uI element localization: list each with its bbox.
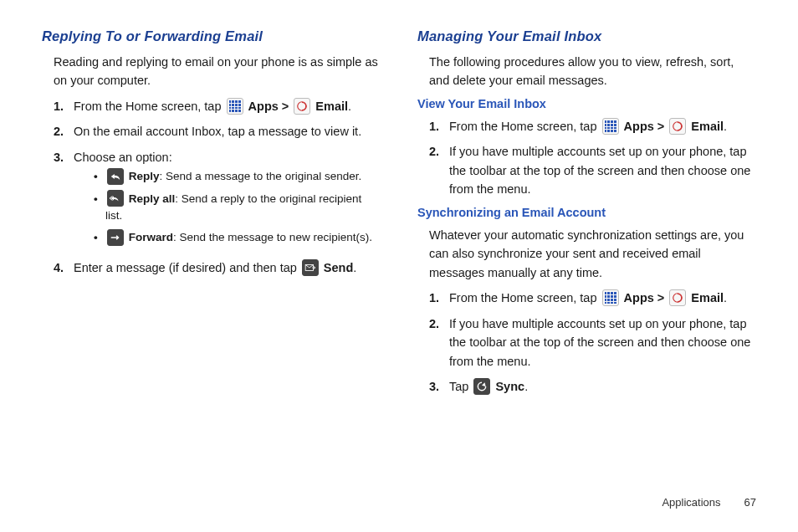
step-1: 1. From the Home screen, tap Apps > Emai… xyxy=(54,97,381,115)
view-step-1: 1. From the Home screen, tap Apps > Emai… xyxy=(429,117,756,136)
email-icon xyxy=(294,98,310,115)
replying-intro: Reading and replying to email on your ph… xyxy=(54,53,381,90)
apps-label: Apps > xyxy=(248,100,289,113)
apps-icon xyxy=(602,118,619,135)
reply-label: Reply xyxy=(129,170,160,182)
view-step-2: 2. If you have multiple accounts set up … xyxy=(429,142,756,198)
reply-desc: : Send a message to the original sender. xyxy=(160,170,362,182)
send-icon xyxy=(302,259,319,276)
email-label: Email xyxy=(691,291,724,304)
right-column: Managing Your Email Inbox The following … xyxy=(417,28,756,403)
reply-all-icon xyxy=(107,190,124,207)
email-label: Email xyxy=(315,100,348,113)
apps-icon xyxy=(227,98,243,115)
email-icon xyxy=(669,118,686,135)
sync-label: Sync xyxy=(495,380,524,393)
email-icon xyxy=(669,289,686,306)
send-label: Send xyxy=(324,261,353,274)
sync-icon xyxy=(473,378,490,395)
view-inbox-heading: View Your Email Inbox xyxy=(417,97,756,110)
forward-label: Forward xyxy=(129,231,173,243)
bullet-reply: Reply: Send a message to the original se… xyxy=(94,168,381,185)
replying-heading: Replying To or Forwarding Email xyxy=(42,28,381,44)
step-1-pre: From the Home screen, tap xyxy=(74,100,225,113)
footer-section: Applications xyxy=(662,496,720,509)
page-footer: Applications 67 xyxy=(662,496,756,509)
left-column: Replying To or Forwarding Email Reading … xyxy=(42,28,381,403)
apps-icon xyxy=(602,289,619,306)
step-2: 2. On the email account Inbox, tap a mes… xyxy=(54,122,381,141)
managing-heading: Managing Your Email Inbox xyxy=(417,28,756,44)
forward-icon xyxy=(107,229,124,246)
sync-intro: Whatever your automatic synchronization … xyxy=(429,226,756,282)
step-4: 4. Enter a message (if desired) and then… xyxy=(54,258,381,277)
sync-step-1: 1. From the Home screen, tap Apps > Emai… xyxy=(429,289,756,307)
forward-desc: : Send the message to new recipient(s). xyxy=(173,231,372,243)
step-3: 3. Choose an option: Reply: Send a messa… xyxy=(54,148,381,252)
reply-icon xyxy=(107,168,124,185)
sync-heading: Synchronizing an Email Account xyxy=(417,206,756,219)
footer-page-number: 67 xyxy=(744,496,756,509)
email-label: Email xyxy=(691,120,724,133)
managing-intro: The following procedures allow you to vi… xyxy=(429,53,756,90)
apps-label: Apps > xyxy=(624,120,665,133)
sync-step-2: 2. If you have multiple accounts set up … xyxy=(429,315,756,371)
bullet-replyall: Reply all: Send a reply to the original … xyxy=(94,191,381,225)
apps-label: Apps > xyxy=(624,291,665,304)
replyall-label: Reply all xyxy=(129,192,176,205)
step-4-pre: Enter a message (if desired) and then ta… xyxy=(74,261,300,274)
bullet-forward: Forward: Send the message to new recipie… xyxy=(94,229,381,246)
sync-step-3: 3. Tap Sync. xyxy=(429,377,756,396)
